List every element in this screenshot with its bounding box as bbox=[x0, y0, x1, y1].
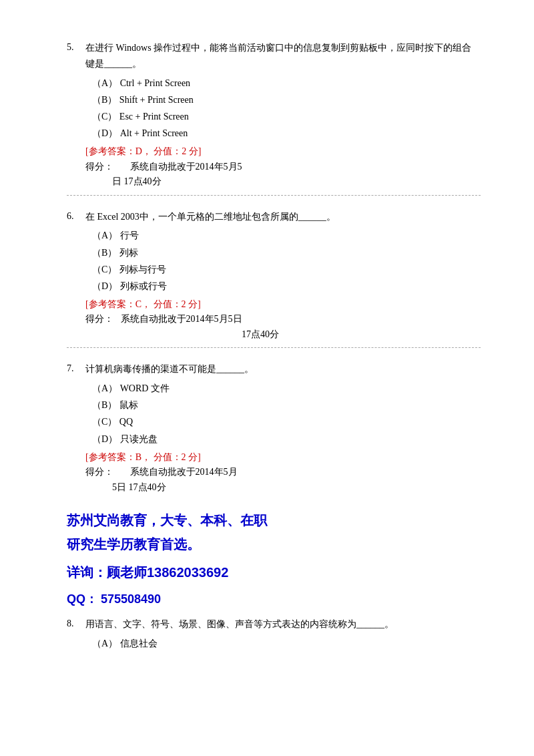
q6-text: 在 Excel 2003中，一个单元格的二维地址包含所属的______。 bbox=[85, 209, 336, 225]
q6-option-a: （A） 行号 bbox=[92, 227, 481, 244]
q5-option-b: （B） Shift + Print Screen bbox=[92, 91, 481, 108]
q5-option-d: （D） Alt + Print Screen bbox=[92, 125, 481, 142]
q7-option-c: （C） QQ bbox=[92, 413, 481, 430]
promo-line2: 研究生学历教育首选。 bbox=[67, 532, 481, 556]
q6-option-b: （B） 列标 bbox=[92, 244, 481, 261]
q7-number: 7. bbox=[67, 361, 85, 376]
promo-line4: QQ： 575508490 bbox=[67, 588, 481, 610]
q5-score: 得分： 系统自动批改于2014年5月5 日 17点40分 bbox=[85, 160, 481, 190]
q5-number: 5. bbox=[67, 40, 85, 55]
q8-options: （A） 信息社会 bbox=[85, 635, 481, 652]
q7-text: 计算机病毒传播的渠道不可能是______。 bbox=[85, 361, 254, 377]
promo-line3: 详询：顾老师13862033692 bbox=[67, 560, 481, 584]
q6-divider bbox=[67, 347, 481, 348]
q5-option-c: （C） Esc + Print Screen bbox=[92, 108, 481, 125]
q6-option-c: （C） 列标与行号 bbox=[92, 261, 481, 278]
q6-score: 得分： 系统自动批改于2014年5月5日 bbox=[85, 312, 279, 327]
q6-options: （A） 行号 （B） 列标 （C） 列标与行号 （D） 列标或行号 bbox=[85, 227, 481, 295]
q5-option-a: （A） Ctrl + Print Screen bbox=[92, 75, 481, 91]
q5-options: （A） Ctrl + Print Screen （B） Shift + Prin… bbox=[85, 75, 481, 142]
q7-option-d: （D） 只读光盘 bbox=[92, 431, 481, 447]
q7-score: 得分： 系统自动批改于2014年5月 5日 17点40分 bbox=[85, 465, 481, 495]
q7-options: （A） WORD 文件 （B） 鼠标 （C） QQ （D） 只读光盘 bbox=[85, 380, 481, 447]
q8-number: 8. bbox=[67, 616, 85, 631]
q6-score-2: 17点40分 bbox=[85, 327, 279, 342]
promo-block: 苏州艾尚教育，大专、本科、在职 研究生学历教育首选。 详询：顾老师1386203… bbox=[67, 508, 481, 610]
promo-line1: 苏州艾尚教育，大专、本科、在职 bbox=[67, 508, 481, 532]
q6-number: 6. bbox=[67, 209, 85, 224]
q6-answer: [参考答案：C， 分值：2 分] bbox=[85, 297, 481, 312]
question-5: 5. 在进行 Windows 操作过程中，能将当前活动窗口中的信息复制到剪贴板中… bbox=[67, 40, 481, 196]
q5-text: 在进行 Windows 操作过程中，能将当前活动窗口中的信息复制到剪贴板中，应同… bbox=[85, 40, 481, 72]
question-8: 8. 用语言、文字、符号、场景、图像、声音等方式表达的内容统称为______。 … bbox=[67, 616, 481, 652]
q7-option-b: （B） 鼠标 bbox=[92, 397, 481, 413]
q5-answer: [参考答案：D， 分值：2 分] bbox=[85, 144, 481, 159]
q7-option-a: （A） WORD 文件 bbox=[92, 380, 481, 397]
q7-answer: [参考答案：B， 分值：2 分] bbox=[85, 450, 481, 465]
question-7: 7. 计算机病毒传播的渠道不可能是______。 （A） WORD 文件 （B）… bbox=[67, 361, 481, 495]
q6-option-d: （D） 列标或行号 bbox=[92, 278, 481, 295]
q5-divider bbox=[67, 195, 481, 196]
q8-text: 用语言、文字、符号、场景、图像、声音等方式表达的内容统称为______。 bbox=[85, 616, 394, 632]
question-6: 6. 在 Excel 2003中，一个单元格的二维地址包含所属的______。 … bbox=[67, 209, 481, 349]
q8-option-a: （A） 信息社会 bbox=[92, 635, 481, 652]
